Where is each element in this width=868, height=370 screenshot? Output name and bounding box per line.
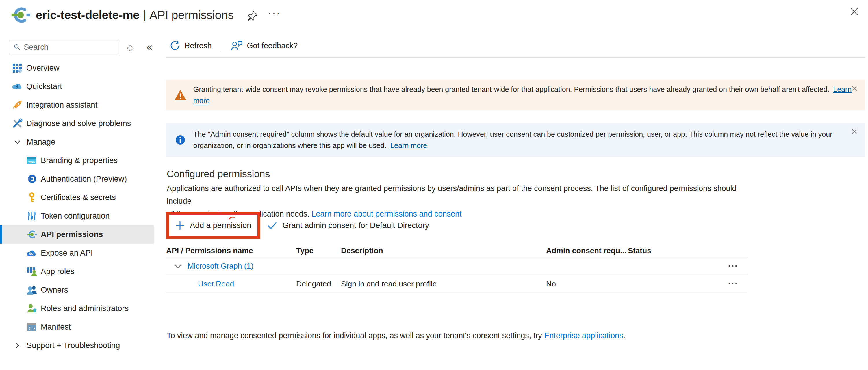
command-bar-divider bbox=[221, 39, 221, 52]
refresh-button[interactable]: Refresh bbox=[169, 40, 212, 51]
info-learn-more-link[interactable]: Learn more bbox=[390, 141, 427, 149]
app-roles-icon bbox=[27, 266, 37, 277]
permission-description: Sign in and read user profile bbox=[341, 280, 546, 288]
table-row-user-read[interactable]: User.Read Delegated Sign in and read use… bbox=[166, 275, 747, 293]
sidebar-item-roles-administrators[interactable]: Roles and administrators bbox=[0, 299, 154, 318]
sidebar-item-expose-api[interactable]: Expose an API bbox=[0, 244, 154, 262]
feedback-button[interactable]: Got feedback? bbox=[230, 40, 298, 52]
add-permission-button[interactable]: Add a permission bbox=[176, 221, 251, 230]
annotation-mark bbox=[228, 215, 235, 220]
search-input[interactable] bbox=[24, 43, 115, 52]
pin-icon[interactable] bbox=[247, 9, 258, 21]
microsoft-graph-link[interactable]: Microsoft Graph (1) bbox=[188, 261, 253, 271]
branding-icon: www bbox=[27, 155, 37, 166]
svg-text:{ }: { } bbox=[28, 326, 35, 331]
sidebar-item-label: Owners bbox=[41, 285, 68, 295]
authentication-icon bbox=[27, 174, 37, 184]
col-header-type: Type bbox=[296, 246, 341, 255]
search-box[interactable] bbox=[9, 40, 119, 54]
api-permissions-app-icon bbox=[10, 5, 31, 25]
close-blade-icon[interactable] bbox=[849, 6, 859, 17]
sidebar-item-label: Overview bbox=[26, 63, 60, 72]
plus-icon bbox=[176, 221, 185, 230]
page-title: eric-test-delete-me|API permissions bbox=[36, 8, 234, 22]
sidebar-group-label: Support + Troubleshooting bbox=[27, 341, 120, 350]
permissions-table: API / Permissions name Type Description … bbox=[166, 244, 747, 293]
resize-handle-icon[interactable]: ◇ bbox=[127, 42, 134, 52]
warning-text: Granting tenant-wide consent may revoke … bbox=[193, 84, 857, 106]
col-header-admin-consent: Admin consent requ... bbox=[546, 246, 628, 255]
sidebar-search-row: ◇ « bbox=[9, 40, 152, 54]
sidebar-item-label: Token configuration bbox=[41, 211, 110, 221]
feedback-label: Got feedback? bbox=[247, 41, 298, 50]
sidebar-item-label: API permissions bbox=[41, 230, 103, 239]
warning-close-icon[interactable] bbox=[850, 84, 858, 92]
sidebar-item-token-configuration[interactable]: Token configuration bbox=[0, 207, 154, 225]
sidebar-item-api-permissions[interactable]: API permissions bbox=[0, 225, 154, 244]
section-title: Configured permissions bbox=[167, 168, 270, 180]
grant-admin-consent-button[interactable]: Grant admin consent for Default Director… bbox=[267, 220, 429, 231]
command-bar-separator bbox=[166, 57, 865, 58]
overview-icon bbox=[12, 63, 23, 73]
sidebar-item-quickstart[interactable]: Quickstart bbox=[0, 77, 154, 96]
sidebar-group-label: Manage bbox=[27, 137, 55, 147]
warning-icon bbox=[175, 90, 186, 100]
sidebar-item-overview[interactable]: Overview bbox=[0, 59, 154, 77]
sidebar-item-owners[interactable]: Owners bbox=[0, 281, 154, 299]
more-options-icon[interactable]: ··· bbox=[268, 10, 281, 20]
col-header-description: Description bbox=[341, 246, 546, 255]
title-separator: | bbox=[140, 8, 149, 22]
cloud-gears-icon bbox=[27, 248, 37, 258]
row-menu-icon[interactable]: ··· bbox=[728, 261, 738, 271]
rocket-icon bbox=[12, 100, 23, 110]
expand-chevron-icon[interactable] bbox=[174, 262, 182, 270]
command-bar: Refresh Got feedback? bbox=[169, 38, 298, 53]
owners-icon bbox=[27, 285, 37, 295]
sidebar-item-diagnose[interactable]: Diagnose and solve problems bbox=[0, 114, 154, 133]
permission-name-link[interactable]: User.Read bbox=[198, 280, 234, 288]
quickstart-icon bbox=[12, 81, 23, 92]
checkmark-icon bbox=[267, 220, 278, 231]
sidebar-item-app-roles[interactable]: App roles bbox=[0, 262, 154, 281]
refresh-label: Refresh bbox=[184, 41, 212, 50]
permission-type: Delegated bbox=[296, 280, 341, 288]
sliders-icon bbox=[27, 211, 37, 221]
sidebar-item-authentication[interactable]: Authentication (Preview) bbox=[0, 170, 154, 188]
row-menu-icon[interactable]: ··· bbox=[728, 279, 738, 288]
tools-icon bbox=[12, 118, 23, 129]
col-header-api-permissions-name: API / Permissions name bbox=[166, 246, 296, 255]
add-permission-label: Add a permission bbox=[190, 221, 251, 230]
collapse-sidebar-icon[interactable]: « bbox=[147, 41, 152, 53]
sidebar-item-integration-assistant[interactable]: Integration assistant bbox=[0, 96, 154, 114]
page-name: API permissions bbox=[149, 8, 234, 22]
annotation-highlight-box: Add a permission bbox=[166, 212, 260, 239]
sidebar-item-label: Manifest bbox=[41, 322, 71, 332]
sidebar-group-manage[interactable]: Manage bbox=[0, 133, 154, 151]
sidebar-item-certificates[interactable]: Certificates & secrets bbox=[0, 188, 154, 207]
manifest-icon: { } bbox=[27, 322, 37, 332]
grant-admin-consent-label: Grant admin consent for Default Director… bbox=[282, 221, 429, 230]
key-icon bbox=[27, 192, 37, 203]
table-group-row-microsoft-graph[interactable]: Microsoft Graph (1) ··· bbox=[166, 257, 747, 275]
feedback-icon bbox=[230, 40, 243, 52]
blade-header: eric-test-delete-me|API permissions ··· bbox=[0, 0, 868, 30]
sidebar-item-label: Authentication (Preview) bbox=[41, 174, 127, 184]
sidebar-item-label: Roles and administrators bbox=[41, 304, 129, 313]
sidebar-item-manifest[interactable]: { } Manifest bbox=[0, 318, 154, 336]
permissions-controls: Add a permission Grant admin consent for… bbox=[166, 212, 429, 239]
sidebar-item-label: Quickstart bbox=[26, 82, 62, 91]
sidebar-item-branding[interactable]: www Branding & properties bbox=[0, 151, 154, 170]
sidebar-group-support[interactable]: Support + Troubleshooting bbox=[0, 336, 154, 355]
search-icon bbox=[13, 43, 21, 51]
chevron-down-icon bbox=[13, 138, 21, 146]
sidebar-item-label: Integration assistant bbox=[26, 100, 97, 110]
manage-sub-items: www Branding & properties Authentication… bbox=[0, 151, 154, 336]
warning-banner: Granting tenant-wide consent may revoke … bbox=[166, 80, 865, 111]
permission-admin-consent: No bbox=[546, 280, 628, 288]
api-permissions-icon bbox=[27, 229, 37, 240]
app-name: eric-test-delete-me bbox=[36, 8, 140, 22]
enterprise-applications-link[interactable]: Enterprise applications bbox=[544, 331, 623, 340]
sidebar-item-label: Diagnose and solve problems bbox=[26, 119, 131, 128]
info-icon bbox=[175, 134, 186, 145]
info-close-icon[interactable] bbox=[850, 127, 858, 135]
